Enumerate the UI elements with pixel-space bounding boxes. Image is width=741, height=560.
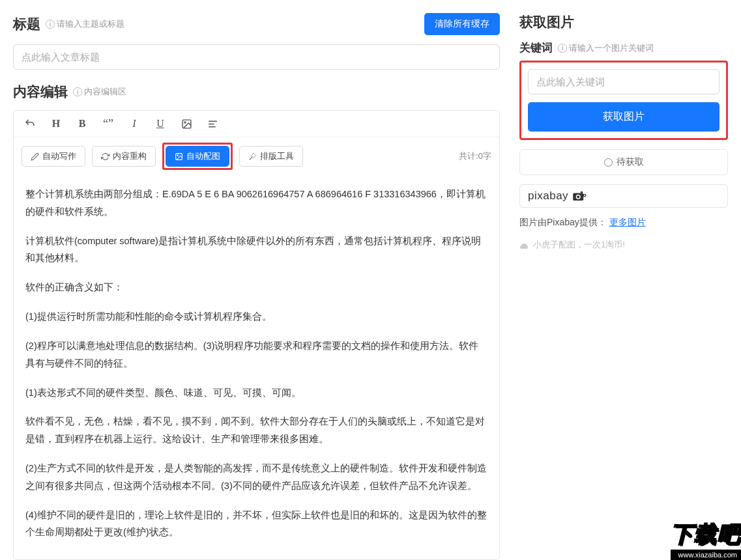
info-icon: i bbox=[46, 20, 55, 29]
action-toolbar: 自动写作 内容重构 自动配图 排版工具 共计:0字 bbox=[14, 137, 499, 176]
bold-icon[interactable]: B bbox=[74, 115, 91, 133]
content-label: 内容编辑 bbox=[13, 83, 68, 101]
editor-content[interactable]: 整个计算机系统由两部分组成：E.69DA 5 E 6 BA 9062616964… bbox=[14, 176, 499, 559]
picture-icon bbox=[175, 152, 183, 161]
camera-icon bbox=[572, 191, 587, 201]
wand-icon bbox=[248, 152, 257, 161]
svg-point-1 bbox=[184, 121, 185, 122]
align-icon[interactable] bbox=[204, 115, 221, 133]
tip-text: 小虎子配图，一次1淘币! bbox=[519, 239, 728, 251]
svg-point-6 bbox=[177, 154, 179, 156]
fetch-image-title: 获取图片 bbox=[519, 13, 574, 31]
editor-paragraph: 计算机软件(computer software)是指计算机系统中除硬件以外的所有… bbox=[25, 232, 487, 268]
editor-paragraph: (2)程序可以满意地处理信息的数据结构。(3)说明程序功能要求和程序需要的文档的… bbox=[25, 337, 487, 372]
title-header: 标题 i 请输入主题或标题 清除所有缓存 bbox=[13, 13, 500, 35]
article-title-input[interactable] bbox=[13, 44, 500, 70]
svg-point-9 bbox=[577, 195, 579, 198]
svg-rect-10 bbox=[581, 191, 583, 193]
editor-container: H B “” I U 自动写作 内容重构 bbox=[13, 110, 500, 560]
info-icon: i bbox=[73, 87, 82, 96]
circle-icon bbox=[604, 158, 613, 167]
image-icon[interactable] bbox=[178, 115, 195, 133]
undo-icon[interactable] bbox=[22, 115, 38, 133]
more-images-link[interactable]: 更多图片 bbox=[609, 217, 646, 227]
editor-paragraph: 整个计算机系统由两部分组成：E.69DA 5 E 6 BA 9062616964… bbox=[25, 186, 487, 221]
auto-image-button[interactable]: 自动配图 bbox=[166, 146, 229, 167]
keyword-highlight-box: 获取图片 bbox=[519, 61, 728, 140]
format-toolbar: H B “” I U bbox=[14, 111, 499, 137]
keyword-hint: i 请输入一个图片关键词 bbox=[558, 42, 654, 54]
editor-paragraph: 软件的正确含义如下： bbox=[25, 279, 487, 296]
fetch-image-header: 获取图片 bbox=[519, 13, 728, 31]
content-hint: i 内容编辑区 bbox=[73, 86, 126, 98]
auto-write-button[interactable]: 自动写作 bbox=[22, 146, 85, 167]
quote-icon[interactable]: “” bbox=[100, 115, 117, 133]
refresh-icon bbox=[101, 152, 109, 161]
editor-paragraph: (1)提供运行时所需功能和性能的命令或计算机程序集合。 bbox=[25, 308, 487, 326]
pixabay-badge: pixabay bbox=[519, 184, 728, 208]
editor-paragraph: (2)生产方式不同的软件是开发，是人类智能的高发挥，而不是传统意义上的硬件制造。… bbox=[25, 460, 487, 495]
auto-image-highlight: 自动配图 bbox=[162, 143, 233, 170]
keyword-input[interactable] bbox=[528, 69, 719, 94]
content-header: 内容编辑 i 内容编辑区 bbox=[13, 83, 500, 101]
keyword-header: 关键词 i 请输入一个图片关键词 bbox=[519, 40, 728, 55]
layout-tool-button[interactable]: 排版工具 bbox=[239, 146, 303, 167]
editor-paragraph: (1)表达形式不同的硬件类型、颜色、味道、可见、可摸、可闻。 bbox=[25, 384, 487, 402]
clear-cache-button[interactable]: 清除所有缓存 bbox=[424, 13, 500, 35]
image-credit: 图片由Pixabay提供： 更多图片 bbox=[519, 217, 728, 229]
fetch-image-button[interactable]: 获取图片 bbox=[528, 102, 719, 132]
pencil-icon bbox=[31, 152, 39, 161]
editor-paragraph: 软件看不见，无色，枯燥，看不见，摸不到，闻不到。软件大部分存在于人们的头脑或纸上… bbox=[25, 413, 487, 448]
italic-icon[interactable]: I bbox=[126, 115, 143, 133]
cloud-icon bbox=[519, 241, 530, 249]
title-label: 标题 bbox=[13, 15, 40, 33]
info-icon: i bbox=[558, 44, 567, 53]
editor-paragraph: (4)维护不同的硬件是旧的，理论上软件是旧的，并不坏，但实际上软件也是旧的和坏的… bbox=[25, 507, 487, 542]
heading-icon[interactable]: H bbox=[48, 115, 65, 133]
title-hint: i 请输入主题或标题 bbox=[46, 18, 124, 30]
underline-icon[interactable]: U bbox=[152, 115, 169, 133]
restructure-button[interactable]: 内容重构 bbox=[92, 146, 156, 167]
keyword-label: 关键词 bbox=[519, 40, 553, 55]
word-count: 共计:0字 bbox=[459, 150, 491, 162]
pending-status: 待获取 bbox=[519, 149, 728, 175]
watermark: 下载吧 www.xiazaiba.com bbox=[671, 520, 741, 560]
svg-point-11 bbox=[583, 194, 586, 197]
